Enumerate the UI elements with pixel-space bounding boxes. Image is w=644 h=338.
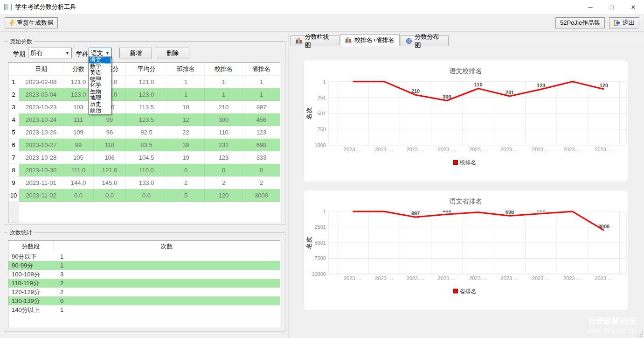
maximize-button[interactable]: □ <box>601 0 623 14</box>
table-cell: 2023-10-28 <box>19 151 63 164</box>
chevron-down-icon: ▼ <box>64 51 69 56</box>
svg-text:3000: 3000 <box>598 224 609 229</box>
stats-row[interactable]: 120-129分2 <box>8 288 280 296</box>
stats-row[interactable]: 130-139分0 <box>8 296 280 305</box>
score-col-header: 班排名 <box>167 63 205 76</box>
score-col-header: 平均分 <box>126 63 167 76</box>
subject-option[interactable]: 政治 <box>89 107 111 114</box>
table-cell: 99 <box>63 139 94 151</box>
table-row[interactable]: 72023-10-28105106104.519123333 <box>8 151 280 164</box>
svg-text:750: 750 <box>318 127 326 132</box>
count-value: 3 <box>54 271 280 278</box>
table-cell: 2023-02-08 <box>19 76 63 88</box>
svg-text:2023-…: 2023-… <box>532 275 550 281</box>
table-cell: 0 <box>167 164 205 176</box>
tab-score-distribution[interactable]: 分数分布图 <box>401 35 449 46</box>
svg-text:2023-…: 2023-… <box>563 275 582 281</box>
svg-text:2023-…: 2023-… <box>344 147 362 152</box>
main-area: 原始分数 学期 所有 ▼ 学科 语文 ▼ 新增 删除 日期分数最高分平均分班排名… <box>0 32 644 338</box>
add-button[interactable]: 新增 <box>119 48 152 58</box>
table-cell: 2023-11-01 <box>19 176 63 189</box>
score-range: 130-139分 <box>8 297 54 305</box>
chart-tab-bar: 分数柱状图校排名+省排名分数分布图 <box>289 35 644 46</box>
bar-chart-icon <box>295 38 303 44</box>
stats-row[interactable]: 90-99分1 <box>8 261 280 270</box>
delete-button[interactable]: 删除 <box>156 48 189 58</box>
stats-row[interactable]: 90分以下1 <box>8 252 280 261</box>
stats-row[interactable]: 140分以上1 <box>8 305 280 314</box>
table-cell: 118 <box>94 139 126 151</box>
resize-grip-icon[interactable] <box>642 336 643 337</box>
table-empty-area <box>8 202 280 223</box>
table-cell: 1 <box>167 88 205 101</box>
table-cell: 1 <box>205 88 243 101</box>
table-cell: 1 <box>243 76 280 88</box>
table-row[interactable]: 102023-11-020.00.00.051203000 <box>8 189 280 202</box>
table-cell: 333 <box>243 151 280 164</box>
svg-text:省排名: 省排名 <box>460 288 477 295</box>
svg-text:2: 2 <box>571 75 574 81</box>
svg-text:110: 110 <box>474 82 483 87</box>
table-cell: 1 <box>243 88 280 101</box>
right-panel: 分数柱状图校排名+省排名分数分布图 语文校排名12515017501000名次1… <box>289 32 644 338</box>
table-row[interactable]: 92023-11-01144.0145.0133.0222 <box>8 176 280 189</box>
stats-row[interactable]: 100-109分3 <box>8 270 280 279</box>
table-cell: 83.5 <box>126 139 167 151</box>
table-row[interactable]: 32023-10-23103110113.518210897 <box>8 101 280 113</box>
app-window: 学生考试分数分析工具 ─ □ ✕ 重新生成数据 52PoJie作品集 退出 <box>0 0 644 338</box>
tab-score-bar-chart[interactable]: 分数柱状图 <box>291 35 339 46</box>
exit-button[interactable]: 退出 <box>609 17 639 28</box>
table-cell: 121.0 <box>126 76 167 88</box>
table-cell: 145.0 <box>94 176 126 189</box>
subject-option[interactable]: 化学 <box>89 82 111 89</box>
table-row[interactable]: 42023-10-2411199123.512300456 <box>8 113 280 126</box>
score-col-header: 日期 <box>19 63 63 76</box>
tab-school-province-rank[interactable]: 校排名+省排名 <box>340 34 400 46</box>
app-icon <box>4 4 12 10</box>
table-row[interactable]: 12023-02-08121.0122.0121.0111 <box>8 76 280 88</box>
score-range: 90分以下 <box>8 253 54 261</box>
table-cell: 2023-10-23 <box>19 101 63 113</box>
svg-text:名次: 名次 <box>305 237 312 249</box>
table-row[interactable]: 22023-05-04123.0123.0123.0111 <box>8 88 280 101</box>
subject-option[interactable]: 历史 <box>89 101 111 108</box>
bar-chart-icon <box>345 37 352 43</box>
subject-option[interactable]: 生物 <box>89 89 111 95</box>
table-cell: 113.5 <box>126 101 167 113</box>
minimize-button[interactable]: ─ <box>580 0 601 14</box>
count-value: 1 <box>54 253 280 260</box>
svg-text:1: 1 <box>383 205 386 211</box>
svg-text:2023-…: 2023-… <box>375 147 393 152</box>
svg-text:2023-…: 2023-… <box>595 147 613 152</box>
table-row[interactable]: 82023-10-30111.0121.0110.0000 <box>8 164 280 176</box>
subject-option[interactable]: 英语 <box>89 70 111 76</box>
table-cell: 0.0 <box>63 189 94 202</box>
semester-select[interactable]: 所有 ▼ <box>28 48 72 58</box>
count-value: 1 <box>54 262 280 269</box>
table-row[interactable]: 62023-10-279911883.539231698 <box>8 139 280 151</box>
svg-text:2023-…: 2023-… <box>407 275 425 281</box>
table-row[interactable]: 52023-10-261099692.522110123 <box>8 126 280 139</box>
stats-row[interactable]: 110-119分2 <box>8 279 280 288</box>
chevron-down-icon: ▼ <box>104 51 110 56</box>
svg-text:2023-…: 2023-… <box>500 147 519 152</box>
regenerate-data-button[interactable]: 重新生成数据 <box>5 17 58 28</box>
table-cell: 133.0 <box>126 176 167 189</box>
stats-col-range: 分数段 <box>8 241 54 252</box>
svg-text:2: 2 <box>571 205 574 211</box>
subject-option[interactable]: 语文 <box>89 57 111 63</box>
table-cell: 0.0 <box>94 189 126 202</box>
subject-option[interactable]: 数学 <box>89 63 111 70</box>
exit-door-icon <box>614 20 621 26</box>
subject-option[interactable]: 地理 <box>89 95 111 101</box>
row-number: 5 <box>8 126 19 139</box>
svg-text:2023-…: 2023-… <box>563 147 582 152</box>
subject-dropdown-list: 语文数学英语物理化学生物地理历史政治 <box>88 56 111 114</box>
table-cell: 104.5 <box>126 151 167 164</box>
svg-text:2023-…: 2023-… <box>438 275 456 281</box>
row-number: 6 <box>8 139 19 151</box>
svg-text:1: 1 <box>323 209 326 214</box>
subject-option[interactable]: 物理 <box>89 76 111 83</box>
collection-button[interactable]: 52PoJie作品集 <box>555 17 605 28</box>
close-button[interactable]: ✕ <box>623 0 644 14</box>
